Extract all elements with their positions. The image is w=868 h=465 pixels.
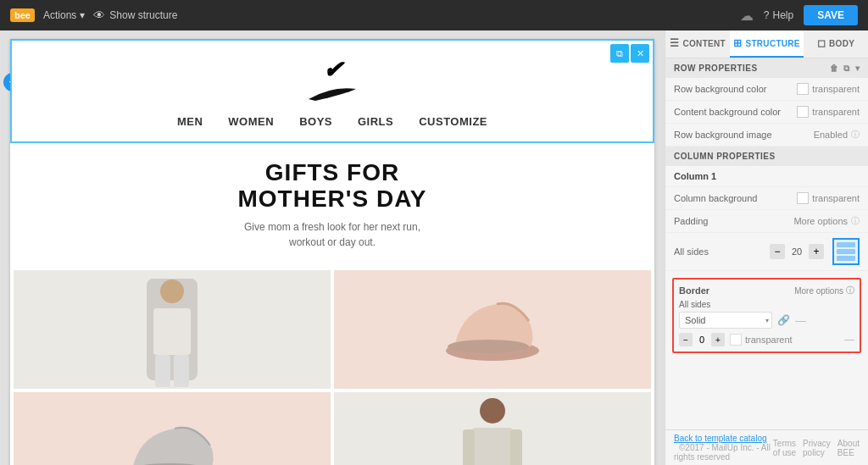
column-bg-text: transparent [812, 193, 860, 203]
right-panel: ☰ CONTENT ⊞ STRUCTURE ◻ BODY ROW PROPERT… [665, 30, 868, 465]
all-sides-decrease[interactable]: − [770, 244, 785, 259]
woman2-svg [442, 392, 543, 465]
tab-structure[interactable]: ⊞ STRUCTURE [730, 30, 804, 58]
all-sides-label: All sides [674, 246, 770, 257]
row-bg-color-value[interactable]: transparent [797, 83, 860, 95]
border-info-icon: ⓘ [846, 285, 854, 296]
product-item-1 [14, 270, 331, 389]
lp-row-3 [837, 256, 855, 261]
panel-content: ROW PROPERTIES 🗑 ⧉ ▾ Row background colo… [665, 58, 868, 429]
column-bg-label: Column background [674, 193, 797, 203]
nav-row-icons: ⧉ ✕ [610, 44, 649, 63]
nav-row[interactable]: ⧉ ✕ ✔ MEN WOMEN BOYS GIRLS CUSTOMIZE [10, 39, 654, 143]
about-link[interactable]: About BEE [837, 439, 860, 457]
all-sides-increase[interactable]: + [809, 244, 824, 259]
lp-row-2 [837, 249, 855, 254]
nike-swoosh-icon: ✔ [29, 56, 636, 84]
nav-link-women[interactable]: WOMEN [228, 115, 274, 128]
info-icon[interactable]: ⓘ [851, 129, 860, 141]
back-link[interactable]: Back to template catalog [674, 434, 767, 443]
show-structure-toggle[interactable]: 👁 Show structure [93, 8, 177, 22]
svg-point-6 [448, 340, 529, 353]
privacy-link[interactable]: Privacy policy [803, 439, 831, 457]
main-layout: + ⧉ ✕ ✔ MEN WOMEN BOYS [0, 30, 868, 465]
help-button[interactable]: ? Help [764, 9, 793, 21]
lp-row-1 [837, 242, 855, 247]
border-width-decrease[interactable]: − [679, 333, 693, 346]
row-bg-color-label: Row background color [674, 84, 797, 94]
tab-structure-label: STRUCTURE [745, 39, 799, 48]
cloud-icon: ☁ [740, 8, 754, 24]
tab-content-label: CONTENT [683, 39, 726, 48]
content-bg-color-text: transparent [812, 107, 860, 117]
row-bg-image-value: Enabled ⓘ [814, 129, 860, 141]
bottom-bar: Back to template catalog ©2017 - MailUp … [665, 429, 868, 465]
brand-logo: ✔ [29, 49, 636, 110]
product-item-2 [334, 270, 651, 389]
actions-label: Actions [43, 9, 76, 21]
duplicate-row-icon[interactable]: ⧉ [843, 64, 850, 74]
top-bar-left: bee Actions ▾ 👁 Show structure [10, 8, 177, 22]
padding-value: More options ⓘ [793, 215, 860, 227]
more-options-text: More options [794, 286, 843, 296]
canvas-area: + ⧉ ✕ ✔ MEN WOMEN BOYS [0, 30, 665, 465]
actions-button[interactable]: Actions ▾ [43, 9, 85, 21]
save-button[interactable]: SAVE [804, 5, 858, 25]
padding-row: Padding More options ⓘ [665, 210, 868, 233]
border-style-select[interactable]: Solid Dashed Dotted None [679, 312, 772, 329]
row-bg-color-row: Row background color transparent [665, 78, 868, 101]
hero-subtitle: Give mom a fresh look for her next run,w… [27, 219, 637, 250]
padding-info-icon[interactable]: ⓘ [851, 215, 860, 227]
bottom-left: Back to template catalog ©2017 - MailUp … [674, 434, 773, 462]
link-icon[interactable]: 🔗 [777, 314, 790, 326]
nav-link-girls[interactable]: GIRLS [358, 115, 393, 128]
tab-content[interactable]: ☰ CONTENT [665, 30, 730, 58]
content-bg-color-label: Content background color [674, 107, 797, 117]
border-color-swatch [730, 334, 742, 346]
content-bg-color-value[interactable]: transparent [797, 106, 860, 118]
svg-point-1 [160, 280, 184, 303]
column-properties-label: COLUMN PROPERTIES [674, 152, 776, 161]
help-label: Help [773, 9, 794, 21]
chevron-down-icon: ▾ [80, 9, 85, 21]
row-properties-header: ROW PROPERTIES 🗑 ⧉ ▾ [665, 58, 868, 78]
product-grid [10, 267, 654, 465]
nike-logo-svg [307, 84, 358, 104]
column-bg-swatch [797, 192, 809, 204]
bee-logo: bee [10, 8, 35, 22]
panel-tabs: ☰ CONTENT ⊞ STRUCTURE ◻ BODY [665, 30, 868, 58]
border-dash-icon: — [844, 334, 854, 346]
column-bg-value[interactable]: transparent [797, 192, 860, 204]
delete-row-icon[interactable]: 🗑 [830, 64, 839, 74]
nav-link-men[interactable]: MEN [177, 115, 203, 128]
column-bg-row: Column background transparent [665, 187, 868, 210]
nav-link-customize[interactable]: CUSTOMIZE [419, 115, 487, 128]
border-more-options[interactable]: More options ⓘ [794, 285, 854, 296]
copy-row-button[interactable]: ⧉ [610, 44, 629, 63]
nav-link-boys[interactable]: BOYS [299, 115, 332, 128]
border-width-stepper: − 0 + [679, 333, 725, 346]
expand-row-icon[interactable]: ▾ [855, 64, 860, 74]
border-width-increase[interactable]: + [711, 333, 725, 346]
terms-link[interactable]: Terms of use [773, 439, 796, 457]
padding-more-options[interactable]: More options [793, 216, 848, 226]
structure-tab-icon: ⊞ [733, 37, 742, 49]
svg-rect-11 [463, 429, 475, 465]
svg-rect-12 [510, 429, 522, 465]
border-color-picker[interactable]: transparent [730, 334, 793, 346]
all-sides-stepper: − 20 + [770, 244, 824, 259]
product-image-shoe2 [14, 392, 331, 465]
border-label: Border [679, 285, 709, 296]
border-width-row: − 0 + transparent — [679, 333, 854, 346]
row-bg-color-swatch [797, 83, 809, 95]
border-section: Border More options ⓘ All sides Solid Da… [672, 278, 861, 353]
email-canvas: ⧉ ✕ ✔ MEN WOMEN BOYS GIRLS CUSTOMIZE [10, 39, 654, 465]
top-bar: bee Actions ▾ 👁 Show structure ☁ ? Help … [0, 0, 868, 30]
tab-body[interactable]: ◻ BODY [804, 30, 868, 58]
layout-preview[interactable] [832, 238, 860, 265]
copyright: ©2017 - MailUp Inc. - All rights reserve… [674, 443, 771, 462]
column-label: Column 1 [665, 166, 868, 187]
content-bg-color-row: Content background color transparent [665, 101, 868, 124]
show-structure-label: Show structure [109, 9, 177, 21]
delete-row-button[interactable]: ✕ [631, 44, 649, 63]
